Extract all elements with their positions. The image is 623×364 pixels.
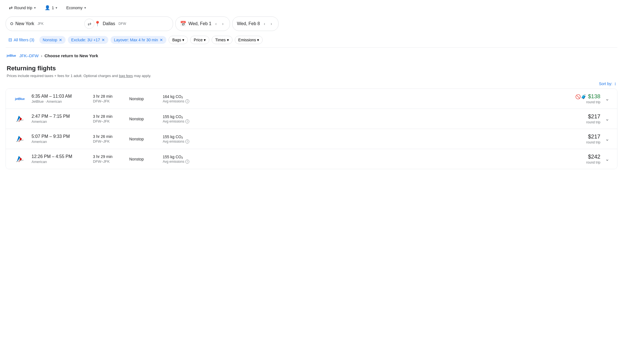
sort-label: Sort by: — [599, 82, 612, 86]
flight-times: 2:47 PM – 7:15 PM American — [32, 114, 93, 124]
return-date-box[interactable]: Wed, Feb 8 ‹ › — [232, 16, 279, 31]
emissions-chevron: ▾ — [257, 38, 259, 42]
dest-code: DFW — [118, 22, 126, 26]
duration-main: 3 hr 26 min — [93, 134, 129, 139]
flight-duration: 3 hr 26 min DFW–JFK — [93, 134, 129, 143]
flight-row[interactable]: 5:07 PM – 9:33 PM American 3 hr 26 min D… — [6, 129, 617, 149]
layover-chip-remove[interactable]: ✕ — [160, 38, 163, 42]
airline-name: American — [32, 140, 93, 144]
trip-type-label: Round trip — [14, 6, 32, 10]
section-subtitle: Prices include required taxes + fees for… — [0, 73, 623, 81]
flight-row[interactable]: 2:47 PM – 7:15 PM American 3 hr 28 min D… — [6, 109, 617, 129]
price-filter-button[interactable]: Price ▾ — [190, 36, 209, 44]
flight-price: 🚫🧳 $138 round trip — [213, 93, 600, 104]
calendar-icon: 📅 — [180, 21, 186, 27]
emissions-filter-button[interactable]: Emissions ▾ — [235, 36, 263, 44]
cabin-label: Economy — [66, 6, 82, 10]
depart-date-box[interactable]: 📅 Wed, Feb 1 ‹ › — [175, 16, 230, 31]
nonstop-filter-chip[interactable]: Nonstop ✕ — [39, 36, 66, 44]
all-filters-button[interactable]: ⊟ All filters (3) — [6, 35, 37, 44]
price-chevron: ▾ — [204, 38, 206, 42]
times-filter-button[interactable]: Times ▾ — [212, 36, 233, 44]
cabin-button[interactable]: Economy ▾ — [63, 4, 89, 12]
return-date: Wed, Feb 8 — [237, 21, 260, 26]
flight-emissions: 155 kg CO₂ Avg emissions i — [163, 114, 213, 123]
exclude-chip-remove[interactable]: ✕ — [102, 38, 105, 42]
passengers-button[interactable]: 👤 1 ▾ — [41, 3, 61, 12]
flight-row[interactable]: jetBlue 6:35 AM – 11:03 AM JetBlue · Ame… — [6, 89, 617, 109]
depart-next-button[interactable]: › — [221, 20, 225, 27]
emissions-sub: Avg emissions i — [163, 160, 213, 164]
jetblue-logo-text: jetBlue — [15, 97, 25, 100]
search-row: New York JFK ⇄ 📍 Dallas DFW 📅 Wed, Feb 1… — [0, 14, 623, 33]
swap-button[interactable]: ⇄ — [84, 19, 94, 29]
flight-emissions: 164 kg CO₂ Avg emissions i — [163, 94, 213, 103]
flight-times: 6:35 AM – 11:03 AM JetBlue · American — [32, 94, 93, 104]
stops-label: Nonstop — [129, 157, 144, 161]
flight-row[interactable]: 12:26 PM – 4:55 PM American 3 hr 29 min … — [6, 149, 617, 169]
sort-button[interactable]: Sort by: ↕ — [599, 81, 616, 86]
price-value: $217 — [213, 113, 600, 120]
breadcrumb-route[interactable]: JFK–DFW — [19, 53, 39, 58]
flight-times: 12:26 PM – 4:55 PM American — [32, 154, 93, 164]
return-prev-button[interactable]: ‹ — [262, 20, 267, 27]
depart-prev-button[interactable]: ‹ — [214, 20, 218, 27]
airline-name: American — [32, 160, 93, 164]
flight-emissions: 155 kg CO₂ Avg emissions i — [163, 155, 213, 164]
emissions-value: 155 kg CO₂ — [163, 155, 213, 159]
layover-filter-chip[interactable]: Layover: Max 4 hr 30 min ✕ — [111, 36, 166, 44]
stops-label: Nonstop — [129, 117, 144, 121]
emissions-sub: Avg emissions i — [163, 99, 213, 103]
sort-row: Sort by: ↕ — [0, 81, 623, 88]
price-label: Price — [194, 38, 203, 42]
cabin-chevron: ▾ — [84, 6, 86, 10]
duration-route: DFW–JFK — [93, 99, 129, 103]
expand-button[interactable]: ⌄ — [603, 156, 612, 162]
route-search-box[interactable]: New York JFK ⇄ 📍 Dallas DFW — [6, 16, 173, 31]
filter-icon: ⊟ — [8, 37, 12, 42]
trip-type-chevron: ▾ — [34, 6, 36, 10]
filter-row: ⊟ All filters (3) Nonstop ✕ Exclude: 3U … — [0, 33, 623, 47]
round-trip-icon: ⇄ — [9, 5, 13, 10]
top-bar: ⇄ Round trip ▾ 👤 1 ▾ Economy ▾ — [0, 0, 623, 14]
price-sub: round trip — [213, 140, 600, 144]
emissions-info-icon[interactable]: i — [185, 99, 189, 103]
time-range: 6:35 AM – 11:03 AM — [32, 94, 93, 99]
flight-duration: 3 hr 28 min DFW–JFK — [93, 94, 129, 103]
breadcrumb-separator: › — [41, 53, 42, 58]
all-filters-label: All filters (3) — [14, 38, 34, 42]
bag-fees-link[interactable]: bag fees — [119, 74, 133, 78]
airline-logo: jetBlue — [11, 97, 28, 100]
times-chevron: ▾ — [227, 38, 229, 42]
airline-logo — [11, 114, 28, 124]
emissions-value: 164 kg CO₂ — [163, 94, 213, 99]
round-trip-button[interactable]: ⇄ Round trip ▾ — [6, 3, 39, 12]
airline-logo — [11, 134, 28, 144]
emissions-label: Emissions — [238, 38, 256, 42]
duration-main: 3 hr 28 min — [93, 94, 129, 99]
return-next-button[interactable]: › — [269, 20, 274, 27]
bags-filter-button[interactable]: Bags ▾ — [169, 36, 188, 44]
flight-price: $217 round trip — [213, 133, 600, 144]
times-label: Times — [215, 38, 226, 42]
time-range: 5:07 PM – 9:33 PM — [32, 134, 93, 139]
emissions-info-icon[interactable]: i — [185, 160, 189, 164]
flight-duration: 3 hr 29 min DFW–JFK — [93, 154, 129, 164]
expand-button[interactable]: ⌄ — [603, 116, 612, 122]
american-airlines-logo — [15, 154, 25, 164]
stops-label: Nonstop — [129, 97, 144, 101]
expand-button[interactable]: ⌄ — [603, 96, 612, 102]
american-airlines-logo — [15, 134, 25, 144]
dest-city: Dallas — [103, 21, 115, 26]
emissions-value: 155 kg CO₂ — [163, 135, 213, 139]
time-range: 12:26 PM – 4:55 PM — [32, 154, 93, 159]
nonstop-chip-remove[interactable]: ✕ — [59, 38, 62, 42]
emissions-info-icon[interactable]: i — [185, 119, 189, 123]
expand-button[interactable]: ⌄ — [603, 136, 612, 142]
flight-duration: 3 hr 28 min DFW–JFK — [93, 114, 129, 123]
emissions-info-icon[interactable]: i — [185, 140, 189, 143]
breadcrumb-airline-tag: jetBlue — [7, 54, 16, 57]
origin-code: JFK — [38, 22, 44, 26]
dest-icon: 📍 — [94, 21, 100, 27]
exclude-filter-chip[interactable]: Exclude: 3U +17 ✕ — [68, 36, 108, 44]
